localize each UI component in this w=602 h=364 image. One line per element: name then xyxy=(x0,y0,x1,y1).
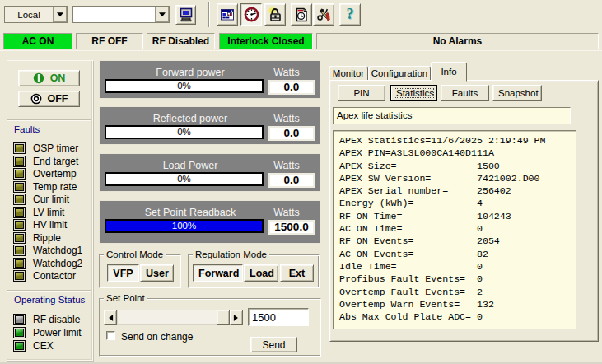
address-combobox[interactable] xyxy=(72,6,170,23)
led-inner xyxy=(15,315,24,324)
fault-led xyxy=(13,156,26,167)
meter-progressbar: 100% xyxy=(105,219,264,233)
led-inner xyxy=(15,221,24,229)
fault-led xyxy=(13,232,26,244)
main-window-button[interactable] xyxy=(217,3,238,26)
fault-label: LV limit xyxy=(33,207,64,218)
meter-title: Forward power xyxy=(108,67,273,78)
window-icon xyxy=(220,7,235,22)
toolbar-separator xyxy=(208,2,210,27)
regulation-forward-button[interactable]: Forward xyxy=(193,264,243,282)
mode-combobox-dropdown-button[interactable] xyxy=(53,7,67,22)
operating-status-label: RF disable xyxy=(33,314,80,325)
pin-button[interactable]: PIN xyxy=(338,85,385,101)
control-mode-title: Control Mode xyxy=(104,250,166,259)
set-point-scrollbar[interactable] xyxy=(104,310,243,325)
send-on-change-checkbox[interactable] xyxy=(106,331,115,340)
address-combobox-value[interactable] xyxy=(73,7,155,22)
snapshot-button[interactable]: Snapshot xyxy=(492,85,542,101)
set-point-input[interactable] xyxy=(248,308,309,326)
mode-combobox[interactable]: Local xyxy=(4,6,68,23)
connect-button[interactable] xyxy=(175,5,196,25)
fault-label: Ripple xyxy=(33,232,61,244)
meter-progressbar: 0% xyxy=(105,125,264,139)
scrollbar-left-button[interactable] xyxy=(104,310,117,325)
mode-combobox-value: Local xyxy=(5,7,53,22)
status-rf-label: RF OFF xyxy=(91,35,127,47)
led-inner xyxy=(15,208,24,217)
meter-unit: Watts xyxy=(263,207,310,218)
meter-value: 1500.0 xyxy=(268,220,315,235)
meter-panel: Forward power Watts 0% 0.0 xyxy=(99,60,320,99)
fault-led xyxy=(13,181,26,193)
status-rf-disabled-label: RF Disabled xyxy=(152,35,209,47)
address-combobox-dropdown-button[interactable] xyxy=(155,7,169,22)
monitor-gauge-button[interactable] xyxy=(240,3,262,26)
operating-status-led xyxy=(13,340,26,352)
fault-label: Overtemp xyxy=(33,168,77,180)
chevron-down-icon xyxy=(57,12,63,20)
report-icon xyxy=(294,7,309,22)
statistics-listbox[interactable]: APEX Statistics=11/6/2025 2:19:49 PM APE… xyxy=(333,130,576,329)
faults-title: Faults xyxy=(14,124,40,134)
chevron-down-icon xyxy=(159,12,166,20)
led-inner xyxy=(15,246,24,254)
tab-configuration[interactable]: Configuration xyxy=(368,66,431,81)
statistics-text: APEX Statistics=11/6/2025 2:19:49 PM APE… xyxy=(334,131,576,323)
status-interlock-label: Interlock Closed xyxy=(227,35,304,47)
fault-led xyxy=(13,258,26,269)
fault-label: OSP timer xyxy=(33,142,78,154)
lock-button[interactable] xyxy=(264,3,286,26)
send-on-change-label: Send on change xyxy=(121,331,193,343)
led-inner xyxy=(15,329,24,337)
scrollbar-track[interactable] xyxy=(117,310,230,325)
regulation-ext-button[interactable]: Ext xyxy=(280,264,314,282)
status-alarms: No Alarms xyxy=(316,33,599,49)
send-button[interactable]: Send xyxy=(250,337,297,352)
fault-led xyxy=(13,194,26,205)
client-area-highlight xyxy=(0,50,602,51)
scrollbar-thumb[interactable] xyxy=(217,310,230,325)
set-point-title: Set Point xyxy=(104,293,147,303)
meter-value: 0.0 xyxy=(268,173,315,188)
lock-icon xyxy=(268,7,283,22)
tab-monitor[interactable]: Monitor xyxy=(329,66,368,81)
tab-info[interactable]: Info xyxy=(431,62,467,82)
description-field[interactable]: Apex life statistics xyxy=(333,107,571,124)
meter-panel: Load Power Watts 0% 0.0 xyxy=(99,153,320,192)
status-rf: RF OFF xyxy=(76,33,143,49)
operating-status-label: Power limit xyxy=(33,327,82,338)
status-ac: AC ON xyxy=(3,33,72,49)
meter-percent-label: 0% xyxy=(106,81,262,91)
fault-led xyxy=(13,168,26,180)
regulation-load-button[interactable]: Load xyxy=(244,264,278,282)
status-alarms-label: No Alarms xyxy=(433,35,483,47)
meter-value: 0.0 xyxy=(268,126,315,141)
meter-percent-label: 100% xyxy=(106,221,262,231)
statistics-button[interactable]: Statistics xyxy=(390,85,437,101)
fault-label: End target xyxy=(33,156,78,167)
meter-panel: Reflected power Watts 0% 0.0 xyxy=(99,106,320,145)
help-button[interactable]: ? xyxy=(339,3,361,26)
fault-label: Contactor xyxy=(33,270,76,282)
meter-percent-label: 0% xyxy=(106,127,262,138)
control-mode-vfp-button[interactable]: VFP xyxy=(107,264,139,282)
status-ac-label: AC ON xyxy=(22,35,54,47)
faults-divider xyxy=(7,119,91,121)
fault-led xyxy=(13,245,26,256)
scheduled-report-button[interactable] xyxy=(291,3,312,26)
control-mode-user-button[interactable]: User xyxy=(140,264,174,282)
meter-progressbar: 0% xyxy=(105,79,264,93)
fault-label: Watchdog1 xyxy=(33,245,82,256)
meter-unit: Watts xyxy=(263,160,310,171)
rf-off-button[interactable]: OFF xyxy=(18,91,80,107)
help-icon: ? xyxy=(347,6,354,23)
scrollbar-right-button[interactable] xyxy=(230,310,243,325)
faults-button[interactable]: Faults xyxy=(441,85,489,101)
meter-title: Reflected power xyxy=(108,113,273,124)
led-inner xyxy=(15,259,24,268)
rf-on-button[interactable]: ON xyxy=(18,70,80,86)
led-inner xyxy=(15,272,24,280)
led-inner xyxy=(15,183,24,191)
settings-button[interactable] xyxy=(313,3,334,26)
